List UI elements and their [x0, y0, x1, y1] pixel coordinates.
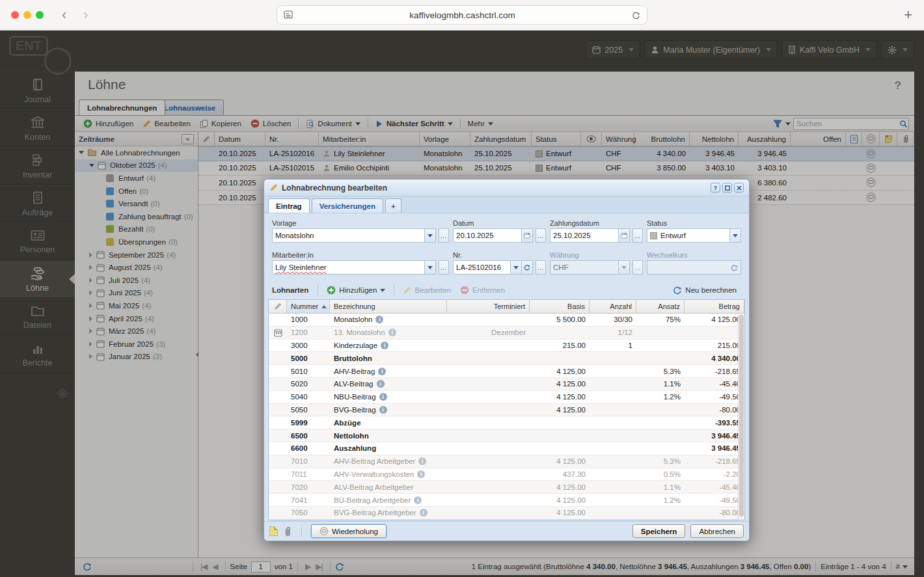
lohnart-row[interactable]: 7011AHV-Verwaltungskosteni437.300.5%-2.2… [269, 468, 744, 481]
info-icon[interactable]: i [420, 509, 428, 517]
new-tab-button[interactable]: + [904, 5, 912, 25]
info-icon[interactable]: i [418, 457, 426, 465]
nr-more-button[interactable]: … [536, 260, 546, 275]
nr-refresh-trigger[interactable] [522, 260, 533, 275]
browser-forward-button[interactable]: › [83, 5, 88, 25]
lohnarten-header-row-icon-column[interactable] [269, 300, 287, 313]
cancel-button[interactable]: Abbrechen [690, 524, 744, 538]
address-bar[interactable]: kaffivelogmbh.cashctrl.com [277, 5, 647, 25]
cell-col-anzahl: 30/30 [590, 314, 636, 326]
cell-col-ansatz [636, 507, 685, 519]
tab-add-button[interactable]: + [385, 198, 401, 213]
tab-eintrag[interactable]: Eintrag [268, 198, 310, 213]
nr-dropdown-trigger[interactable] [511, 260, 522, 275]
lohnarten-header-col-bezeichnung[interactable]: Bezeichnung [330, 300, 447, 313]
lohnart-row[interactable]: 5010AHV-Beitragi4 125.005.3%-218.65 [269, 365, 744, 378]
cell-col-nummer: 6600 [287, 442, 330, 455]
lohnart-row[interactable]: 5999Abzüge-393.55 [269, 416, 744, 429]
lohnart-row[interactable]: 120013. MonatslohniDezember1/12 [269, 327, 744, 340]
lohnart-row[interactable]: 7041BU-Beitrag Arbeitgeberi4 125.001.2%-… [269, 494, 744, 507]
info-icon[interactable]: i [379, 393, 387, 401]
info-icon[interactable]: i [414, 496, 422, 504]
cell-col-terminiert: Dezember [447, 327, 530, 339]
save-button[interactable]: Speichern [632, 524, 686, 538]
cell-col-bezeichnung: Monatslohni [330, 314, 447, 326]
info-icon[interactable]: i [375, 315, 383, 323]
cell-col-terminiert [447, 378, 530, 390]
note-icon[interactable] [269, 526, 278, 536]
cell-row-icon-column [269, 404, 287, 416]
recalculate-button[interactable]: Neu berechnen [668, 284, 741, 297]
lohnart-row[interactable]: 5050BVG-Beitragi4 125.00-80.00 [269, 404, 744, 417]
zahlungsdatum-calendar-trigger[interactable] [619, 228, 630, 243]
lohnart-row[interactable]: 7050BVG-Beitrag Arbeitgeberi4 125.00-80.… [269, 507, 744, 520]
zahlungsdatum-input[interactable]: 25.10.2025 [550, 228, 619, 243]
dialog-titlebar[interactable]: Lohnabrechnung bearbeiten ? [264, 180, 749, 196]
datum-more-button[interactable]: … [536, 228, 546, 243]
cell-row-icon-column [269, 494, 287, 506]
dialog-close-button[interactable] [734, 183, 744, 193]
lohnart-row[interactable]: 6500Nettolohn3 946.45 [269, 429, 744, 442]
vorlage-dropdown-trigger[interactable] [425, 228, 436, 243]
status-dropdown-trigger[interactable] [730, 228, 741, 243]
wiederholung-button[interactable]: Wiederholung [311, 524, 387, 538]
lohnart-row[interactable]: 5020ALV-Beitragi4 125.001.1%-45.40 [269, 378, 744, 391]
mitarbeiter-input[interactable]: Lily Steinlehner [272, 260, 425, 275]
datum-calendar-trigger[interactable] [522, 228, 533, 243]
info-icon[interactable]: i [379, 406, 387, 414]
lohnart-row[interactable]: 1000Monatslohni5 500.0030/3075%4 125.00 [269, 314, 744, 327]
lohnarten-header-col-betrag[interactable]: Betrag [685, 300, 744, 313]
dialog-maximize-button[interactable] [722, 183, 732, 193]
lohnarten-header-col-ansatz[interactable]: Ansatz [636, 300, 685, 313]
lohnarten-header-col-nummer[interactable]: Nummer [287, 300, 330, 313]
info-icon[interactable]: i [381, 342, 388, 349]
cell-col-betrag: 3 946.45 [685, 442, 744, 455]
mitarbeiter-dropdown-trigger[interactable] [425, 260, 436, 275]
cell-col-bezeichnung: Auszahlung [330, 442, 447, 455]
nr-input[interactable]: LA-25102016 [453, 260, 511, 275]
close-window-button[interactable] [11, 11, 19, 19]
lohnarten-header-col-terminiert[interactable]: Terminiert [447, 300, 530, 313]
vorlage-more-button[interactable]: … [439, 228, 449, 243]
cell-col-nummer: 7011 [287, 468, 330, 481]
cell-col-betrag [685, 327, 744, 339]
cell-col-nummer: 7041 [287, 494, 330, 506]
zahlungsdatum-more-button[interactable]: … [632, 228, 643, 243]
browser-back-button[interactable]: ‹ [62, 5, 66, 25]
lohnart-row[interactable]: 5040NBU-Beitragi4 125.001.2%-49.50 [269, 391, 744, 404]
lohnart-row[interactable]: 6600Auszahlung3 946.45 [269, 442, 744, 455]
cell-col-basis: 5 500.00 [530, 314, 590, 326]
datum-input[interactable]: 20.10.2025 [453, 228, 522, 243]
attachment-icon[interactable] [283, 526, 292, 537]
info-icon[interactable]: i [378, 368, 386, 375]
mitarbeiter-more-button[interactable]: … [439, 260, 449, 275]
lohnart-row[interactable]: 5000Bruttolohn4 340.00 [269, 352, 744, 365]
reader-view-icon[interactable] [284, 10, 293, 20]
cell-col-basis [530, 416, 590, 429]
dialog-help-button[interactable]: ? [711, 183, 720, 193]
lohnart-row[interactable]: 7020ALV-Beitrag Arbeitgeber4 125.001.1%-… [269, 481, 744, 494]
lohnart-add-button[interactable]: Hinzufügen [322, 284, 390, 297]
maximize-window-button[interactable] [36, 11, 44, 19]
tab-versicherungen[interactable]: Versicherungen [312, 198, 383, 213]
vorlage-input[interactable]: Monatslohn [272, 228, 425, 243]
info-icon[interactable]: i [377, 380, 385, 388]
reload-icon[interactable] [632, 11, 640, 20]
lohnarten-header-col-anzahl[interactable]: Anzahl [590, 300, 636, 313]
dialog-tabstrip: Eintrag Versicherungen + [264, 196, 749, 213]
info-icon[interactable]: i [417, 470, 425, 478]
minimize-window-button[interactable] [23, 11, 31, 19]
cell-col-betrag: -2.20 [685, 468, 744, 481]
cell-col-ansatz [636, 352, 685, 364]
pencil-icon [274, 302, 282, 310]
cell-col-basis: 4 125.00 [530, 481, 590, 493]
lohnart-row[interactable]: 7010AHV-Beitrag Arbeitgeberi4 125.005.3%… [269, 455, 744, 468]
cell-row-icon-column [269, 352, 287, 364]
table-scrollbar[interactable] [738, 314, 744, 520]
status-input[interactable]: Entwurf [647, 228, 730, 243]
lohnart-edit-button[interactable]: Bearbeiten [398, 284, 455, 297]
lohnarten-header-col-basis[interactable]: Basis [530, 300, 590, 313]
lohnart-row[interactable]: 3000Kinderzulagei215.001215.00 [269, 340, 744, 353]
info-icon[interactable]: i [388, 329, 396, 336]
lohnart-remove-button[interactable]: Entfernen [455, 284, 510, 297]
